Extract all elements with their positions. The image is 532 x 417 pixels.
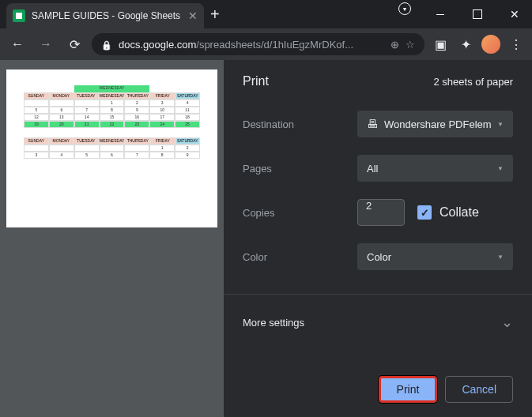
address-bar[interactable]: docs.google.com/spreadsheets/d/1hIuEgzMr… (92, 33, 424, 55)
window-close-button[interactable] (496, 2, 532, 26)
print-button[interactable]: Print (379, 376, 438, 403)
panel-title: Print (243, 74, 269, 88)
bookmark-icon[interactable]: ☆ (406, 39, 415, 51)
destination-label: Destination (243, 118, 357, 130)
sheet-count: 2 sheets of paper (434, 76, 513, 88)
new-tab-button[interactable]: + (210, 6, 220, 24)
maximize-button[interactable] (459, 2, 495, 26)
copies-input[interactable]: 2 (357, 199, 405, 226)
more-settings-toggle[interactable]: More settings (243, 310, 513, 334)
browser-titlebar: SAMPLE GUIDES - Google Sheets ✕ + (0, 0, 532, 28)
tab-title: SAMPLE GUIDES - Google Sheets (32, 10, 182, 21)
lock-icon (101, 39, 112, 51)
menu-icon[interactable]: ⋮ (507, 35, 526, 54)
color-dropdown[interactable]: Color (357, 243, 513, 270)
printer-icon: 🖶 (367, 118, 378, 130)
pages-dropdown[interactable]: All (357, 155, 513, 182)
browser-toolbar: ← → ⟳ docs.google.com/spreadsheets/d/1hI… (0, 28, 532, 60)
extensions-icon[interactable]: ✦ (456, 35, 475, 54)
print-preview-pane: WEDNESDAY SUNDAYMONDAYTUESDAYWEDNESDAYTH… (0, 60, 224, 417)
back-button[interactable]: ← (6, 33, 28, 55)
cancel-button[interactable]: Cancel (445, 376, 513, 403)
destination-dropdown[interactable]: 🖶 Wondershare PDFelem (357, 111, 513, 137)
profile-avatar[interactable] (481, 35, 500, 54)
copies-label: Copies (243, 207, 357, 219)
preview-page: WEDNESDAY SUNDAYMONDAYTUESDAYWEDNESDAYTH… (6, 70, 217, 227)
forward-button[interactable]: → (35, 33, 57, 55)
pages-label: Pages (243, 163, 357, 175)
minimize-button[interactable] (422, 2, 458, 26)
zoom-icon[interactable]: ⊕ (391, 39, 399, 51)
collate-checkbox[interactable]: ✓ (417, 205, 432, 220)
reload-button[interactable]: ⟳ (63, 33, 85, 55)
cast-icon[interactable]: ▣ (431, 35, 450, 54)
color-label: Color (243, 251, 357, 263)
browser-tab[interactable]: SAMPLE GUIDES - Google Sheets ✕ (6, 3, 204, 28)
divider (224, 294, 532, 295)
close-icon[interactable]: ✕ (188, 9, 198, 22)
url-text: docs.google.com/spreadsheets/d/1hIuEgzMr… (119, 39, 384, 51)
sheets-icon (13, 9, 25, 22)
collate-label: Collate (440, 205, 479, 220)
print-settings-panel: Print 2 sheets of paper Destination 🖶 Wo… (224, 60, 532, 417)
dropdown-icon[interactable] (398, 2, 411, 15)
